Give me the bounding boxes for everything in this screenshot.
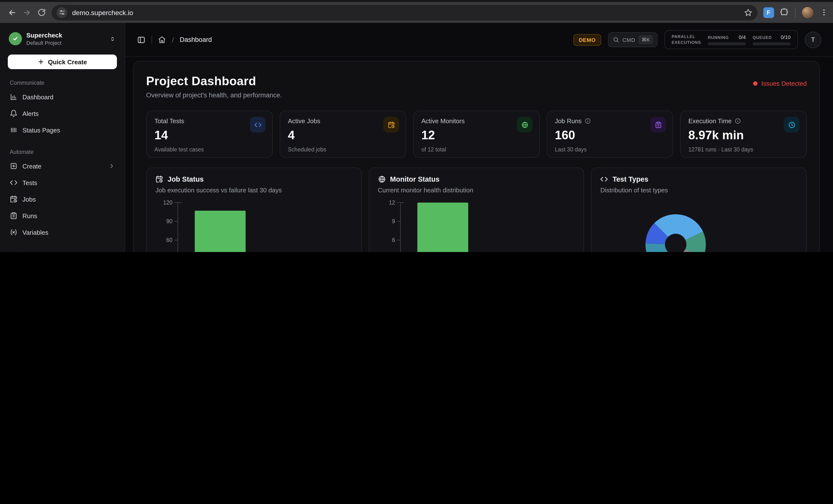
svg-text:12: 12 (389, 199, 395, 206)
screen: demo.supercheck.io F (0, 0, 833, 252)
issues-dot-icon (753, 81, 758, 86)
sidebar-item-dashboard[interactable]: Dashboard (6, 89, 119, 105)
breadcrumb[interactable]: Dashboard (180, 36, 212, 43)
test-types-card: Test Types Distribution of test types (591, 168, 807, 252)
svg-text:6: 6 (392, 237, 395, 243)
extensions-puzzle-icon[interactable] (780, 8, 789, 17)
project-subtitle: Default Project (26, 40, 105, 46)
bookmark-star-icon[interactable] (744, 8, 753, 17)
svg-text:60: 60 (166, 237, 172, 243)
forward-icon[interactable] (20, 5, 34, 20)
top-bar: / Dashboard DEMO CMD ⌘K PARALLEL EXECUTI… (125, 23, 833, 57)
site-settings-icon[interactable] (56, 7, 67, 18)
sidebar-item-variables[interactable]: Variables (6, 224, 119, 241)
queued-label: QUEUED (753, 35, 772, 40)
extension-fi-icon[interactable]: F (763, 7, 774, 18)
code-icon (600, 175, 608, 183)
shortcut-kbd: ⌘K (639, 35, 652, 44)
queued-progress (753, 42, 791, 45)
monitor-status-chart: 036912UpDown (378, 197, 575, 252)
plus-square-icon (10, 162, 18, 170)
calendar-clock-icon (383, 117, 399, 133)
reload-icon[interactable] (34, 5, 49, 20)
parallel-executions-panel: PARALLEL EXECUTIONS RUNNING 0/4 (664, 30, 798, 49)
stat-active-monitors: Active Monitors 12 of 12 total (413, 111, 540, 158)
chevron-right-icon (108, 163, 115, 169)
dashboard-container: Project Dashboard Overview of project's … (133, 61, 820, 252)
calendar-clock-icon (10, 195, 18, 203)
section-label-automate: Automate (10, 149, 115, 155)
monitor-status-card: Monitor Status Current monitor health di… (368, 168, 584, 252)
browser-menu-icon[interactable] (820, 8, 828, 17)
address-bar[interactable]: demo.supercheck.io (52, 5, 758, 20)
stat-active-jobs: Active Jobs 4 Scheduled jobs (280, 111, 406, 158)
bell-icon (10, 110, 18, 117)
status-bars-icon (10, 126, 18, 134)
sidebar-item-jobs[interactable]: Jobs (6, 191, 119, 208)
clipboard-icon (10, 212, 18, 220)
breadcrumb-separator: / (172, 36, 174, 44)
variable-icon (10, 229, 18, 236)
search-icon (613, 37, 619, 43)
supercheck-logo-icon (9, 32, 22, 45)
svg-text:120: 120 (163, 199, 172, 206)
chevrons-up-down-icon (109, 35, 116, 42)
svg-text:90: 90 (166, 218, 172, 224)
url-text: demo.supercheck.io (72, 8, 744, 16)
sidebar-item-runs[interactable]: Runs (6, 208, 119, 224)
section-label-communicate: Communicate (10, 80, 115, 86)
project-switcher[interactable]: Supercheck Default Project (6, 28, 119, 51)
globe-icon (517, 117, 532, 133)
info-icon (585, 118, 591, 124)
running-label: RUNNING (708, 35, 729, 40)
sidebar-item-alerts[interactable]: Alerts (6, 105, 119, 122)
chart-column-icon (10, 93, 18, 101)
back-icon[interactable] (5, 5, 20, 20)
test-types-chart (600, 197, 798, 252)
divider (151, 35, 152, 44)
sidebar-toggle-icon[interactable] (137, 35, 146, 44)
status-badge: Issues Detected (753, 80, 807, 87)
project-name: Supercheck (26, 32, 105, 39)
command-search-button[interactable]: CMD ⌘K (608, 32, 658, 47)
sidebar-item-status-pages[interactable]: Status Pages (6, 122, 119, 138)
job-status-chart: 0306090120SuccessFailed (156, 197, 353, 252)
demo-badge: DEMO (573, 34, 601, 46)
quick-create-button[interactable]: Quick Create (8, 54, 117, 69)
globe-icon (378, 175, 386, 183)
code-icon (250, 117, 265, 133)
page-subtitle: Overview of project's health, and perfor… (146, 92, 282, 99)
browser-profile-avatar[interactable] (801, 6, 814, 19)
section-label-monitor: Monitor (10, 251, 115, 252)
plus-icon (38, 58, 45, 65)
clipboard-icon (650, 117, 666, 133)
running-value: 0/4 (739, 34, 746, 40)
job-status-card: Job Status Job execution success vs fail… (146, 168, 362, 252)
running-progress (708, 42, 746, 45)
code-icon (10, 179, 18, 187)
sidebar: Supercheck Default Project Quick Create … (0, 23, 125, 252)
stat-job-runs: Job Runs 160 Last 30 days (547, 111, 673, 158)
stat-cards: Total Tests 14 Available test cases Acti… (146, 111, 807, 158)
sidebar-item-create-automate[interactable]: Create (6, 158, 119, 174)
clock-icon (784, 117, 800, 133)
chart-grid: Job Status Job execution success vs fail… (146, 168, 807, 252)
queued-value: 0/10 (781, 34, 791, 40)
divider (795, 7, 795, 17)
user-avatar[interactable]: T (805, 31, 821, 48)
home-icon[interactable] (158, 35, 166, 44)
sidebar-item-tests[interactable]: Tests (6, 174, 119, 191)
stat-total-tests: Total Tests 14 Available test cases (146, 111, 273, 158)
calendar-clock-icon (156, 175, 163, 183)
svg-text:9: 9 (392, 218, 395, 224)
stat-execution-time: Execution Time 8.97k min 12781 runs · La… (680, 111, 807, 158)
browser-chrome: demo.supercheck.io F (0, 0, 833, 23)
info-icon (735, 118, 741, 124)
page-title: Project Dashboard (146, 74, 282, 88)
